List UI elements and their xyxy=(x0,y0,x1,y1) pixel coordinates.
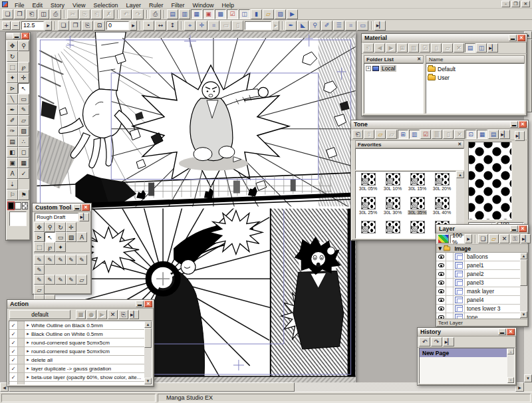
history-collapse-icon[interactable]: ▸▏ xyxy=(443,337,454,346)
tool-zoom[interactable]: ⚲ xyxy=(18,41,29,51)
material-titlebar[interactable]: Material ▬✕ xyxy=(362,34,527,43)
action-check-icon[interactable]: ✓ xyxy=(9,373,18,381)
tool-panel-ruler[interactable]: ⚐ xyxy=(7,190,18,200)
tool-panel-maker[interactable]: ▣ xyxy=(7,158,18,168)
action-check-icon[interactable]: ✓ xyxy=(9,321,18,329)
tone-swatch[interactable]: 30L 40% xyxy=(430,197,454,221)
close-pane-icon[interactable]: ✕ xyxy=(417,57,421,62)
material-folder-user[interactable]: User xyxy=(428,73,523,82)
close-pane-icon[interactable]: ✕ xyxy=(458,142,462,147)
tone-swatch[interactable]: 30L 20% xyxy=(430,173,454,197)
tone-swatch[interactable]: 30L 15% xyxy=(405,173,430,197)
toggle-custom-tool-palette[interactable]: ◫ xyxy=(239,9,250,19)
minimize-button[interactable]: – xyxy=(501,1,510,7)
layer-row[interactable]: panel3 xyxy=(436,279,520,287)
ct-pencil-4[interactable]: ✎ xyxy=(66,255,76,265)
action-play-icon[interactable]: ▶ xyxy=(97,310,107,319)
transparent-color-swatch[interactable] xyxy=(22,202,28,209)
triangle-ruler-icon[interactable]: ◣ xyxy=(297,21,309,31)
delete-icon[interactable]: ✗ xyxy=(103,9,114,19)
ct-move[interactable]: ✛ xyxy=(66,222,76,232)
cut-icon[interactable]: ✂ xyxy=(67,9,78,19)
tool-pen[interactable]: ✒ xyxy=(7,104,18,115)
toggle-properties-palette[interactable]: ☑ xyxy=(227,9,238,19)
toggle-history-palette[interactable]: ▨ xyxy=(275,9,286,19)
ct-pencil-5[interactable]: ✎ xyxy=(76,255,87,265)
mat-list-icon[interactable]: ▥ xyxy=(408,43,419,53)
layer-row[interactable]: panel1 xyxy=(436,261,520,270)
opacity-menu-arrow[interactable]: ▸ xyxy=(465,234,472,243)
delete-layer-icon[interactable]: ✕ xyxy=(499,234,509,243)
zoom-out-icon[interactable]: − xyxy=(11,21,20,30)
menu-filter[interactable]: Filter xyxy=(167,2,188,9)
layer-visibility-eye-icon[interactable] xyxy=(436,305,446,313)
menu-edit[interactable]: Edit xyxy=(29,2,47,9)
ct-pencil-10[interactable]: ✎ xyxy=(66,275,76,285)
action-set-dropdown[interactable]: default xyxy=(9,310,70,319)
restore-button[interactable]: ❐ xyxy=(511,1,520,7)
action-scrollbar[interactable]: ▲ ▼ xyxy=(144,321,152,384)
favorites-list[interactable] xyxy=(355,148,464,170)
menu-window[interactable]: Window xyxy=(188,2,217,9)
layer-row[interactable]: mask layer xyxy=(436,287,520,296)
ct-text[interactable]: A xyxy=(76,232,87,242)
action-check-icon[interactable]: ✓ xyxy=(9,347,18,355)
tone-folder2-icon[interactable]: ▱ xyxy=(386,130,397,139)
action-check-icon[interactable]: ✓ xyxy=(9,364,18,372)
tool-selection-pen[interactable]: ✓ xyxy=(18,168,29,179)
select-menu-arrow[interactable]: ▸ xyxy=(272,21,279,31)
jump-page-icon[interactable]: ⊡ xyxy=(94,21,105,31)
ct-hand[interactable]: ✥ xyxy=(34,222,45,232)
scroll-up-icon[interactable]: ▲ xyxy=(456,171,464,178)
page-input[interactable] xyxy=(106,21,129,30)
undo-icon[interactable]: ↶ xyxy=(120,9,132,19)
tone-swatch[interactable]: 30L 10% xyxy=(380,173,405,197)
action-item[interactable]: ✓ ▸ Black Outline on White 0.5mm xyxy=(9,330,144,338)
tool-arrow[interactable]: ↖ xyxy=(18,83,29,94)
toggle-gray-palette[interactable]: ▮ xyxy=(251,9,262,19)
tone-folder-icon[interactable]: ▱ xyxy=(375,130,386,139)
minimize-icon[interactable]: ▬ xyxy=(498,329,506,335)
parallel-lines-icon[interactable]: ☰ xyxy=(333,21,344,31)
crosshair-icon[interactable]: ✛ xyxy=(196,21,207,31)
action-record-icon[interactable]: ● xyxy=(86,310,96,319)
mat-collapse-icon[interactable]: ▸▏ xyxy=(487,43,498,53)
toggle-material-palette[interactable]: ▥ xyxy=(179,9,190,19)
name-column-header[interactable]: Name xyxy=(426,55,525,63)
ct-pencil-6[interactable]: ✎ xyxy=(34,265,45,275)
tone-paste-icon[interactable]: ⎗ xyxy=(352,130,363,139)
tone-check-icon[interactable]: ☑ xyxy=(420,130,431,139)
layer-row[interactable]: panel4 xyxy=(436,296,520,305)
page-menu-arrow[interactable]: ▸ xyxy=(130,21,137,31)
action-check-icon[interactable]: ✓ xyxy=(9,338,18,346)
action-item[interactable]: ✓ ▸ alter layer, show color -> opacity 6… xyxy=(9,382,144,385)
ct-rect[interactable]: ▭ xyxy=(55,232,66,242)
layer-row[interactable]: tone xyxy=(436,313,520,319)
print-icon[interactable]: ⎙ xyxy=(150,9,161,19)
history-undo-icon[interactable]: ↶ xyxy=(419,337,430,346)
tone-up-icon[interactable]: ⇧ xyxy=(364,130,374,139)
ct-eraser-2[interactable]: ▱ xyxy=(34,285,45,295)
menu-ruler[interactable]: Ruler xyxy=(145,2,168,9)
tone-titlebar[interactable]: Tone ▬✕ xyxy=(351,120,528,129)
close-icon[interactable]: ✕ xyxy=(82,204,90,211)
scroll-down-icon[interactable]: ▼ xyxy=(520,311,527,318)
mat-tree-view-icon[interactable]: ▤ xyxy=(465,43,475,53)
action-check-icon[interactable]: ✓ xyxy=(9,356,18,364)
toggle-navigator-palette[interactable]: ▦ xyxy=(191,9,202,19)
loupe-ruler-icon[interactable]: ⚲ xyxy=(309,21,321,31)
close-icon[interactable]: ✕ xyxy=(144,301,152,307)
frame-ruler-icon[interactable]: ⌗ xyxy=(345,21,356,31)
ct-pencil-9[interactable]: ✎ xyxy=(55,275,66,285)
new-story-icon[interactable]: ❐ xyxy=(14,9,25,19)
tone-new-icon[interactable]: ▯ xyxy=(443,130,454,139)
action-expand-icon[interactable]: ▸ xyxy=(25,331,31,336)
scroll-up-icon[interactable]: ▲ xyxy=(144,321,152,328)
minimize-icon[interactable]: ▬ xyxy=(13,33,21,39)
layer-visibility-eye-icon[interactable] xyxy=(436,296,446,304)
action-item[interactable]: ✓ ▸ beta-use layer (opacity 60%, show co… xyxy=(9,373,144,382)
layer-visibility-eye-icon[interactable] xyxy=(436,261,446,269)
background-color-swatch[interactable] xyxy=(15,202,21,209)
action-expand-icon[interactable]: ▸ xyxy=(25,383,31,385)
tree-expand-icon[interactable]: + xyxy=(366,66,371,71)
